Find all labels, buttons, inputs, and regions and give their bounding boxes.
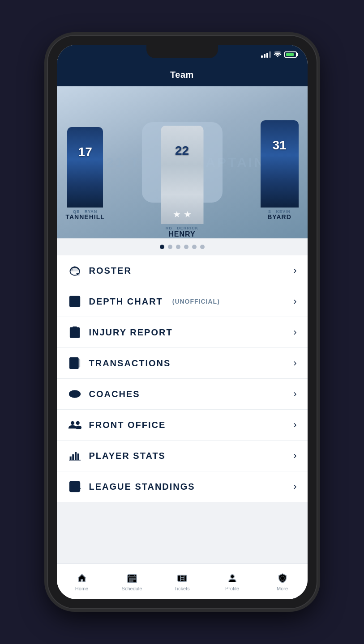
ticket-icon (176, 572, 188, 584)
player-henry: 22 RB DERRICK HENRY (161, 126, 203, 238)
tannehill-label: QB RYAN TANNEHILL (66, 209, 105, 220)
nav-label-home: Home (75, 586, 88, 591)
coaches-label: COACHES (89, 389, 140, 399)
carousel-dots (57, 238, 308, 255)
nav-label-more: More (277, 586, 288, 591)
menu-left-injury-report: INJURY REPORT (68, 325, 173, 339)
signal-bar-2 (264, 54, 266, 58)
dot-2[interactable] (168, 245, 172, 249)
svg-point-53 (281, 576, 284, 580)
svg-rect-34 (77, 453, 79, 460)
nav-item-tickets[interactable]: Tickets (157, 564, 207, 599)
nfl-icon: NFL (68, 479, 82, 494)
nav-item-home[interactable]: Home (57, 564, 107, 599)
roster-chevron: › (293, 265, 296, 276)
phone-outer: Team 2021 TITANS CAPTAINS C ★ ★ (0, 0, 364, 644)
menu-left-coaches: COACHES (68, 387, 140, 401)
injury-report-chevron: › (293, 326, 296, 338)
dot-6[interactable] (200, 245, 205, 249)
menu-item-front-office[interactable]: FRONT OFFICE › (57, 410, 308, 441)
s-jersey: 31 (261, 120, 299, 208)
battery-fill (286, 53, 294, 56)
nav-item-more[interactable]: More (257, 564, 308, 599)
svg-point-30 (76, 422, 79, 425)
menu-item-depth-chart[interactable]: DEPTH CHART (UNOFFICIAL) › (57, 286, 308, 317)
signal-bar-1 (261, 55, 263, 58)
person-icon (227, 572, 238, 584)
svg-text:NFL: NFL (71, 484, 80, 490)
byard-name: BYARD (261, 214, 299, 220)
menu-left-transactions: TRANSACTIONS (68, 356, 171, 370)
henry-name: HENRY (161, 230, 203, 238)
s-number: 31 (272, 138, 286, 153)
menu-item-transactions[interactable]: TRANSACTIONS › (57, 348, 308, 379)
signal-bar-4 (269, 51, 271, 58)
menu-left-player-stats: PLAYER STATS (68, 449, 166, 463)
dot-5[interactable] (192, 245, 197, 249)
clipboard-icon (68, 325, 82, 339)
svg-rect-11 (73, 327, 77, 328)
app-header: Team (57, 64, 308, 86)
byard-label: S KEVIN BYARD (261, 209, 299, 220)
svg-rect-43 (132, 578, 133, 580)
shield-icon (277, 572, 288, 584)
menu-left-front-office: FRONT OFFICE (68, 418, 166, 432)
nav-label-profile: Profile (225, 586, 239, 591)
svg-rect-42 (129, 578, 131, 580)
dot-4[interactable] (184, 245, 188, 249)
coaches-chevron: › (293, 388, 296, 400)
nav-label-schedule: Schedule (122, 586, 142, 591)
stars-row: ★ ★ (173, 209, 192, 220)
notch (146, 45, 218, 58)
bottom-nav: Home (57, 564, 308, 599)
svg-point-0 (277, 56, 278, 57)
menu-item-player-stats[interactable]: PLAYER STATS › (57, 441, 308, 471)
league-standings-chevron: › (293, 481, 296, 492)
player-tannehill-figure: 17 (66, 127, 105, 208)
page-title: Team (170, 70, 194, 80)
depth-chart-chevron: › (293, 296, 296, 307)
rb-number: 22 (175, 144, 189, 158)
dot-1[interactable] (160, 245, 164, 249)
player-byard: 31 S KEVIN BYARD (261, 120, 299, 220)
roster-label: ROSTER (89, 266, 132, 276)
nav-item-schedule[interactable]: Schedule (107, 564, 157, 599)
barchart-icon (68, 449, 82, 463)
status-icons (261, 51, 297, 59)
menu-list: ROSTER › (57, 255, 308, 502)
signal-bars-icon (261, 51, 271, 58)
menu-left-league-standings: NFL LEAGUE STANDINGS (68, 479, 195, 494)
svg-rect-33 (75, 452, 77, 460)
wifi-icon (274, 51, 282, 59)
svg-rect-17 (71, 359, 74, 362)
dot-3[interactable] (176, 245, 180, 249)
menu-item-coaches[interactable]: COACHES › (57, 379, 308, 410)
svg-point-29 (71, 422, 74, 425)
menu-item-league-standings[interactable]: NFL LEAGUE STANDINGS › (57, 471, 308, 502)
helmet-icon (68, 263, 82, 278)
phone-screen: Team 2021 TITANS CAPTAINS C ★ ★ (57, 45, 308, 599)
menu-item-roster[interactable]: ROSTER › (57, 255, 308, 286)
transactions-chevron: › (293, 357, 296, 369)
phone-frame: Team 2021 TITANS CAPTAINS C ★ ★ (48, 36, 317, 608)
svg-rect-47 (178, 575, 187, 581)
svg-rect-45 (129, 580, 131, 582)
content-spacer (57, 502, 308, 564)
people-icon (68, 418, 82, 432)
star-left: ★ (173, 209, 181, 220)
player-byard-figure: 31 (261, 120, 299, 208)
svg-rect-46 (132, 580, 133, 582)
nav-label-tickets: Tickets (174, 586, 189, 591)
star-right: ★ (184, 209, 192, 220)
svg-rect-44 (134, 578, 135, 580)
nav-item-profile[interactable]: Profile (207, 564, 257, 599)
depth-chart-label: DEPTH CHART (89, 297, 163, 307)
menu-item-injury-report[interactable]: INJURY REPORT › (57, 317, 308, 348)
hero-banner: 2021 TITANS CAPTAINS C ★ ★ 17 (57, 86, 308, 238)
injury-report-label: INJURY REPORT (89, 327, 173, 338)
qb-jersey: 17 (67, 127, 103, 208)
player-tannehill: 17 QB RYAN TANNEHILL (66, 127, 105, 220)
scroll-content[interactable]: 2021 TITANS CAPTAINS C ★ ★ 17 (57, 86, 308, 564)
transactions-label: TRANSACTIONS (89, 358, 171, 369)
calendar-icon (126, 572, 138, 584)
